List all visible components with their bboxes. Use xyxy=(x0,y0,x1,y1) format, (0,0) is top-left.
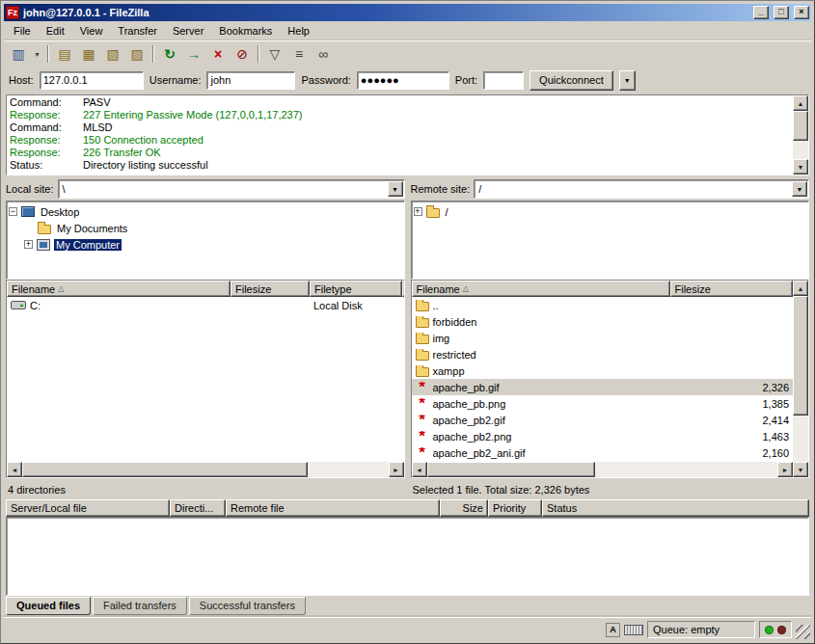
tree-item-root[interactable]: + / xyxy=(414,203,807,220)
message-log[interactable]: Command:PASV Response:227 Entering Passi… xyxy=(6,94,809,175)
combo-arrow-icon[interactable]: ▼ xyxy=(792,181,807,197)
tree-item-label[interactable]: / xyxy=(444,206,450,218)
scroll-left-icon[interactable]: ◄ xyxy=(412,462,427,477)
remote-hscroll-thumb[interactable] xyxy=(427,462,595,477)
remote-vscroll-thumb[interactable] xyxy=(793,296,808,416)
collapse-icon[interactable]: − xyxy=(9,207,17,216)
tree-item-label[interactable]: My Computer xyxy=(54,239,122,251)
site-manager-icon[interactable]: ▥ xyxy=(7,43,30,65)
password-input[interactable] xyxy=(357,71,449,90)
compare-icon[interactable]: ≡ xyxy=(287,43,311,65)
disconnect-icon[interactable]: ⊘ xyxy=(231,43,254,65)
menu-file[interactable]: File xyxy=(6,23,39,39)
menu-help[interactable]: Help xyxy=(280,23,317,39)
local-hscrollbar[interactable]: ◄ ► xyxy=(7,462,404,477)
message-log-toggle-icon[interactable]: ▤ xyxy=(53,43,76,65)
remote-file-row[interactable]: img xyxy=(412,330,794,346)
scroll-down-icon[interactable]: ▼ xyxy=(793,159,808,174)
cancel-operation-icon[interactable]: × xyxy=(206,43,230,65)
combo-arrow-icon[interactable]: ▼ xyxy=(388,181,403,197)
host-input[interactable] xyxy=(40,71,144,90)
remote-vscroll-track[interactable] xyxy=(793,296,808,462)
resize-grip[interactable] xyxy=(796,625,810,639)
log-scrollbar[interactable]: ▲ ▼ xyxy=(793,95,808,174)
remote-site-combo[interactable]: / ▼ xyxy=(474,179,809,199)
column-header-filesize[interactable]: Filesize xyxy=(231,281,310,297)
remote-file-row[interactable]: .. xyxy=(412,297,794,313)
scroll-right-icon[interactable]: ► xyxy=(389,462,404,477)
tree-item-my-computer[interactable]: + My Computer xyxy=(24,236,402,253)
menu-server[interactable]: Server xyxy=(165,23,211,39)
remote-vscrollbar[interactable]: ▲ ▼ xyxy=(793,281,808,477)
tab-successful-transfers[interactable]: Successful transfers xyxy=(189,597,306,615)
filter-icon[interactable]: ▽ xyxy=(263,43,286,65)
column-header-remote-file[interactable]: Remote file xyxy=(226,499,440,517)
menu-view[interactable]: View xyxy=(72,23,111,39)
tree-item-my-documents[interactable]: My Documents xyxy=(38,220,402,236)
local-hscroll-track[interactable] xyxy=(22,462,389,477)
remote-file-row[interactable]: forbidden xyxy=(412,313,794,330)
remote-file-row[interactable]: xampp xyxy=(412,362,794,379)
ascii-transfer-type-icon[interactable]: A xyxy=(606,623,620,637)
tree-item-label[interactable]: My Documents xyxy=(55,223,129,234)
column-header-filename[interactable]: Filename△ xyxy=(7,281,231,297)
remote-file-row[interactable]: *apache_pb.png 1,385 xyxy=(412,395,794,412)
local-list-body[interactable]: C: Local Disk xyxy=(7,297,404,462)
column-header-direction[interactable]: Directi... xyxy=(170,499,226,517)
remote-file-row[interactable]: *apache_pb2.png 1,463 xyxy=(412,428,794,444)
local-tree[interactable]: − Desktop My Documents + My Computer xyxy=(6,201,405,280)
local-tree-toggle-icon[interactable]: ▦ xyxy=(77,43,100,65)
tab-queued-files[interactable]: Queued files xyxy=(6,597,91,615)
titlebar[interactable]: Fz john@127.0.0.1 - FileZilla _ □ × xyxy=(4,4,811,21)
expand-icon[interactable]: + xyxy=(24,240,33,249)
remote-hscrollbar[interactable]: ◄ ► xyxy=(412,462,794,477)
column-header-priority[interactable]: Priority xyxy=(488,499,542,517)
menu-transfer[interactable]: Transfer xyxy=(110,23,165,39)
remote-tree-toggle-icon[interactable]: ▧ xyxy=(101,43,124,65)
find-icon[interactable]: ∞ xyxy=(312,43,335,65)
tree-item-label[interactable]: Desktop xyxy=(39,206,81,218)
scroll-up-icon[interactable]: ▲ xyxy=(793,95,808,111)
column-header-filetype[interactable]: Filetype xyxy=(310,281,402,297)
menu-bookmarks[interactable]: Bookmarks xyxy=(211,23,280,39)
close-button[interactable]: × xyxy=(794,6,809,19)
column-header-lastmodified[interactable]: L xyxy=(402,281,404,297)
remote-file-row[interactable]: restricted xyxy=(412,346,794,362)
process-queue-icon[interactable]: → xyxy=(182,43,205,65)
column-header-status[interactable]: Status xyxy=(542,499,809,517)
port-input[interactable] xyxy=(483,71,524,90)
column-header-filename[interactable]: Filename△ xyxy=(412,281,670,297)
username-input[interactable] xyxy=(206,71,295,90)
local-file-row[interactable]: C: Local Disk xyxy=(7,297,404,313)
remote-list-body[interactable]: .. forbidden img restricted xyxy=(412,297,794,462)
expand-icon[interactable]: + xyxy=(414,207,422,216)
column-header-size[interactable]: Size xyxy=(440,499,488,517)
quickconnect-dropdown-icon[interactable]: ▼ xyxy=(619,70,636,91)
remote-file-row[interactable]: *apache_pb2.gif 2,414 xyxy=(412,412,794,428)
quickconnect-button[interactable]: Quickconnect xyxy=(530,70,613,91)
tree-item-desktop[interactable]: − Desktop xyxy=(9,203,402,220)
log-scroll-thumb[interactable] xyxy=(793,111,808,141)
minimize-button[interactable]: _ xyxy=(753,6,769,19)
scroll-up-icon[interactable]: ▲ xyxy=(793,281,808,296)
remote-tree[interactable]: + / xyxy=(411,201,810,280)
queue-toggle-icon[interactable]: ▨ xyxy=(125,43,149,65)
scroll-left-icon[interactable]: ◄ xyxy=(7,462,22,477)
remote-file-row-selected[interactable]: *apache_pb.gif 2,326 xyxy=(412,379,794,395)
column-header-filesize[interactable]: Filesize xyxy=(670,281,794,297)
site-manager-dropdown-icon[interactable]: ▼ xyxy=(31,43,43,65)
transfer-queue-list[interactable] xyxy=(6,517,809,596)
local-site-combo[interactable]: \ ▼ xyxy=(58,179,405,199)
refresh-icon[interactable]: ↻ xyxy=(158,43,181,65)
remote-file-row[interactable]: *apache_pb2_ani.gif 2,160 xyxy=(412,444,794,461)
scroll-right-icon[interactable]: ► xyxy=(777,462,793,477)
menu-edit[interactable]: Edit xyxy=(39,23,72,39)
tab-failed-transfers[interactable]: Failed transfers xyxy=(93,597,187,615)
column-header-server-local-file[interactable]: Server/Local file xyxy=(6,499,170,517)
remote-hscroll-track[interactable] xyxy=(427,462,778,477)
keyboard-icon[interactable] xyxy=(624,625,643,635)
scroll-down-icon[interactable]: ▼ xyxy=(793,462,808,477)
log-scroll-track[interactable] xyxy=(793,111,808,159)
maximize-button[interactable]: □ xyxy=(774,6,789,19)
local-hscroll-thumb[interactable] xyxy=(22,462,308,477)
